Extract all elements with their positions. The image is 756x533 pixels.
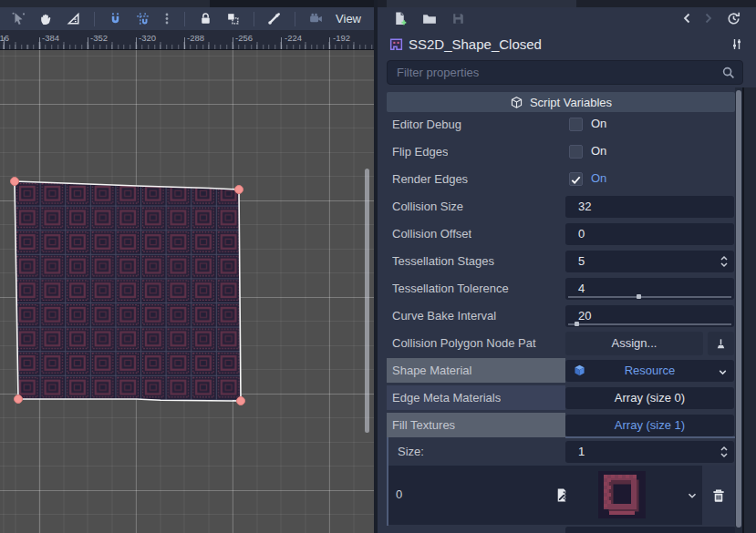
- slider-track[interactable]: [568, 296, 731, 298]
- spin-field[interactable]: 5: [565, 251, 734, 272]
- ruler-label: -256: [235, 33, 253, 43]
- node-type-icon: [388, 36, 404, 56]
- filter-properties-input[interactable]: Filter properties: [387, 60, 743, 85]
- array-value: Array (size 0): [565, 391, 734, 405]
- save-resource-icon[interactable]: [450, 11, 466, 30]
- dock-top-edge: [378, 0, 756, 7]
- array-item-row: 0: [388, 466, 735, 525]
- slider-field[interactable]: 4: [565, 278, 734, 300]
- dock-right-edge: [742, 87, 756, 533]
- array-panel-border: [565, 436, 736, 438]
- slider-field[interactable]: 20: [565, 305, 734, 327]
- view-menu[interactable]: View: [336, 12, 361, 26]
- property-row-tessellation-stages: Tessellation Stages 5: [387, 248, 735, 275]
- select-points-icon[interactable]: [11, 11, 26, 26]
- history-back-icon[interactable]: [680, 11, 693, 29]
- property-label: Editor Debug: [392, 111, 461, 138]
- property-label: Tessellation Stages: [392, 248, 494, 275]
- property-row-edge-meta-materials: Edge Meta Materials Array (size 0): [387, 384, 735, 412]
- edit-resource-icon[interactable]: [554, 487, 570, 507]
- group-icon[interactable]: [225, 11, 241, 26]
- toolbar-separator: [295, 12, 295, 26]
- slider-grabber[interactable]: [637, 294, 641, 299]
- ruler-icon[interactable]: [66, 11, 81, 26]
- delete-item-button[interactable]: [702, 466, 735, 525]
- property-label: Render Edges: [392, 166, 468, 193]
- property-row-shape-material: Shape Material Resource: [387, 357, 735, 384]
- slider-grabber[interactable]: [575, 322, 579, 326]
- property-label-cell[interactable]: Shape Material: [387, 358, 565, 383]
- bone-icon[interactable]: [266, 11, 282, 26]
- array-size-field[interactable]: 1: [565, 441, 734, 463]
- more-options-icon[interactable]: [162, 11, 171, 26]
- number-field[interactable]: 32: [565, 196, 734, 218]
- node-header: SS2D_Shape_Closed: [374, 33, 756, 58]
- array-button[interactable]: Array (size 0): [565, 387, 734, 409]
- texture-thumbnail[interactable]: [598, 471, 646, 518]
- grid-snap-icon[interactable]: [135, 11, 150, 26]
- canvas-scrollbar[interactable]: [365, 169, 369, 433]
- property-row-fill-textures: Fill Textures Array (size 1): [387, 412, 735, 439]
- load-resource-icon[interactable]: [421, 11, 438, 30]
- vertex-handle[interactable]: [235, 186, 243, 194]
- array-button-expanded[interactable]: Array (size 1): [565, 415, 734, 436]
- category-script-variables[interactable]: Script Variables: [387, 92, 735, 112]
- field-value: 0: [578, 227, 585, 241]
- property-row-curve-bake-interval: Curve Bake Interval 20: [387, 302, 735, 330]
- property-label-cell[interactable]: Fill Textures: [387, 413, 565, 437]
- toolbar-separator: [184, 12, 185, 26]
- inspector-scrollbar[interactable]: [735, 87, 742, 533]
- number-field[interactable]: 0: [565, 223, 734, 245]
- extra-tools-icon[interactable]: [730, 36, 744, 56]
- editor-top-edge: [0, 0, 374, 7]
- scrollbar-thumb[interactable]: [736, 90, 741, 528]
- property-label-cell[interactable]: Edge Meta Materials: [387, 385, 565, 410]
- next-property-field-partial: [565, 527, 736, 533]
- inspector-pane: SS2D_Shape_Closed Filter properties Scri…: [374, 0, 756, 533]
- ruler-label: -352: [90, 33, 108, 43]
- chevron-down-icon[interactable]: [717, 365, 729, 382]
- closed-shape-polygon[interactable]: [15, 181, 241, 401]
- checkbox-unchecked[interactable]: [569, 118, 583, 131]
- resource-picker[interactable]: Resource: [565, 360, 734, 382]
- lock-icon[interactable]: [198, 11, 213, 26]
- object-history-icon[interactable]: [726, 11, 741, 30]
- ruler-label: -320: [139, 33, 156, 43]
- camera-icon[interactable]: [308, 11, 324, 26]
- property-row-collision-polygon-node-path: Collision Polygon Node Pat Assign...: [387, 330, 735, 357]
- vertex-handle[interactable]: [11, 178, 19, 186]
- chevron-down-icon[interactable]: [686, 489, 699, 506]
- search-icon: [721, 66, 736, 80]
- node-name: SS2D_Shape_Closed: [409, 36, 542, 52]
- main-tab-edge: [0, 0, 210, 7]
- inspector-tab-edge: [387, 0, 576, 7]
- property-row-editor-debug: Editor Debug On: [387, 111, 735, 138]
- spinner-updown-icon[interactable]: [719, 445, 730, 463]
- pane-divider[interactable]: [374, 0, 378, 533]
- 2d-canvas[interactable]: [0, 50, 374, 533]
- viewport-pane: View -416 -384 -352 -320 -288 -256 -224 …: [0, 0, 374, 533]
- checkbox-label: On: [591, 144, 606, 158]
- field-value: 32: [578, 200, 591, 213]
- vertex-handle[interactable]: [237, 397, 245, 405]
- shape-drawing: [0, 50, 374, 533]
- snap-magnet-icon[interactable]: [108, 11, 123, 26]
- array-item-index: 0: [396, 487, 402, 501]
- pick-node-button[interactable]: [708, 332, 734, 355]
- slider-track[interactable]: [568, 323, 731, 325]
- history-forward-icon[interactable]: [702, 11, 715, 29]
- ruler-label: -192: [333, 33, 350, 43]
- new-resource-icon[interactable]: [392, 11, 408, 30]
- vertex-handle[interactable]: [15, 395, 23, 404]
- property-label: Flip Edges: [392, 138, 448, 166]
- pan-icon[interactable]: [38, 11, 54, 26]
- pick-node-icon: [714, 337, 728, 351]
- assign-button[interactable]: Assign...: [565, 332, 703, 355]
- spinner-updown-icon[interactable]: [719, 254, 730, 272]
- checkbox-unchecked[interactable]: [569, 145, 583, 159]
- checkbox-checked[interactable]: [569, 172, 583, 186]
- field-value: 4: [578, 282, 585, 295]
- property-row-collision-offset: Collision Offset 0: [387, 220, 735, 248]
- field-value: 20: [578, 309, 591, 323]
- property-row-flip-edges: Flip Edges On: [387, 138, 735, 166]
